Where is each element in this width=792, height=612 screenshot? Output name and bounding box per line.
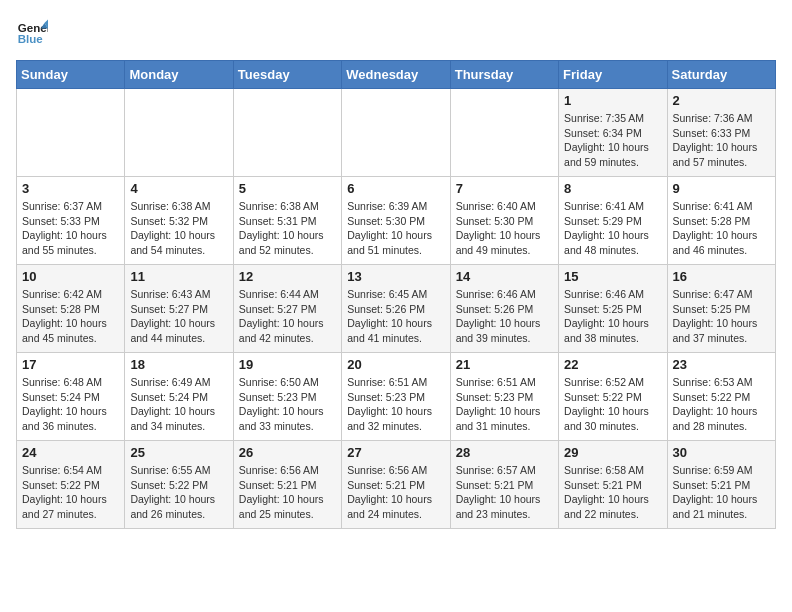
calendar-cell: 11Sunrise: 6:43 AMSunset: 5:27 PMDayligh… [125,265,233,353]
calendar-cell: 22Sunrise: 6:52 AMSunset: 5:22 PMDayligh… [559,353,667,441]
day-number: 3 [22,181,119,196]
day-info: Sunrise: 7:35 AMSunset: 6:34 PMDaylight:… [564,111,661,170]
day-info: Sunrise: 6:50 AMSunset: 5:23 PMDaylight:… [239,375,336,434]
calendar-cell [342,89,450,177]
day-info: Sunrise: 6:41 AMSunset: 5:28 PMDaylight:… [673,199,770,258]
day-number: 2 [673,93,770,108]
day-info: Sunrise: 6:38 AMSunset: 5:31 PMDaylight:… [239,199,336,258]
calendar-cell: 30Sunrise: 6:59 AMSunset: 5:21 PMDayligh… [667,441,775,529]
days-header-row: SundayMondayTuesdayWednesdayThursdayFrid… [17,61,776,89]
day-header-friday: Friday [559,61,667,89]
day-info: Sunrise: 6:46 AMSunset: 5:26 PMDaylight:… [456,287,553,346]
day-number: 8 [564,181,661,196]
page-header: General Blue [16,16,776,48]
day-info: Sunrise: 6:53 AMSunset: 5:22 PMDaylight:… [673,375,770,434]
calendar-cell: 6Sunrise: 6:39 AMSunset: 5:30 PMDaylight… [342,177,450,265]
calendar-cell: 20Sunrise: 6:51 AMSunset: 5:23 PMDayligh… [342,353,450,441]
calendar-cell [233,89,341,177]
week-row-3: 10Sunrise: 6:42 AMSunset: 5:28 PMDayligh… [17,265,776,353]
day-number: 13 [347,269,444,284]
day-number: 5 [239,181,336,196]
calendar-cell: 4Sunrise: 6:38 AMSunset: 5:32 PMDaylight… [125,177,233,265]
logo: General Blue [16,16,48,48]
calendar-cell: 9Sunrise: 6:41 AMSunset: 5:28 PMDaylight… [667,177,775,265]
day-info: Sunrise: 6:46 AMSunset: 5:25 PMDaylight:… [564,287,661,346]
day-number: 14 [456,269,553,284]
day-number: 9 [673,181,770,196]
day-info: Sunrise: 6:54 AMSunset: 5:22 PMDaylight:… [22,463,119,522]
day-number: 24 [22,445,119,460]
calendar-cell: 15Sunrise: 6:46 AMSunset: 5:25 PMDayligh… [559,265,667,353]
day-info: Sunrise: 6:55 AMSunset: 5:22 PMDaylight:… [130,463,227,522]
day-header-monday: Monday [125,61,233,89]
day-number: 30 [673,445,770,460]
day-info: Sunrise: 6:44 AMSunset: 5:27 PMDaylight:… [239,287,336,346]
day-header-sunday: Sunday [17,61,125,89]
day-number: 11 [130,269,227,284]
calendar-cell: 23Sunrise: 6:53 AMSunset: 5:22 PMDayligh… [667,353,775,441]
calendar-cell: 18Sunrise: 6:49 AMSunset: 5:24 PMDayligh… [125,353,233,441]
calendar-cell: 17Sunrise: 6:48 AMSunset: 5:24 PMDayligh… [17,353,125,441]
day-info: Sunrise: 6:41 AMSunset: 5:29 PMDaylight:… [564,199,661,258]
calendar-cell: 25Sunrise: 6:55 AMSunset: 5:22 PMDayligh… [125,441,233,529]
calendar-cell: 29Sunrise: 6:58 AMSunset: 5:21 PMDayligh… [559,441,667,529]
day-number: 12 [239,269,336,284]
day-number: 19 [239,357,336,372]
day-number: 1 [564,93,661,108]
week-row-2: 3Sunrise: 6:37 AMSunset: 5:33 PMDaylight… [17,177,776,265]
week-row-4: 17Sunrise: 6:48 AMSunset: 5:24 PMDayligh… [17,353,776,441]
day-info: Sunrise: 6:43 AMSunset: 5:27 PMDaylight:… [130,287,227,346]
day-number: 10 [22,269,119,284]
calendar-cell: 28Sunrise: 6:57 AMSunset: 5:21 PMDayligh… [450,441,558,529]
day-number: 28 [456,445,553,460]
day-info: Sunrise: 6:37 AMSunset: 5:33 PMDaylight:… [22,199,119,258]
calendar-cell: 5Sunrise: 6:38 AMSunset: 5:31 PMDaylight… [233,177,341,265]
day-header-thursday: Thursday [450,61,558,89]
day-header-tuesday: Tuesday [233,61,341,89]
day-info: Sunrise: 6:51 AMSunset: 5:23 PMDaylight:… [456,375,553,434]
calendar-cell: 19Sunrise: 6:50 AMSunset: 5:23 PMDayligh… [233,353,341,441]
week-row-5: 24Sunrise: 6:54 AMSunset: 5:22 PMDayligh… [17,441,776,529]
day-number: 6 [347,181,444,196]
calendar-cell: 14Sunrise: 6:46 AMSunset: 5:26 PMDayligh… [450,265,558,353]
svg-text:Blue: Blue [18,33,44,45]
day-info: Sunrise: 6:47 AMSunset: 5:25 PMDaylight:… [673,287,770,346]
calendar-cell [450,89,558,177]
calendar-cell: 2Sunrise: 7:36 AMSunset: 6:33 PMDaylight… [667,89,775,177]
logo-icon: General Blue [16,16,48,48]
day-number: 29 [564,445,661,460]
day-info: Sunrise: 6:40 AMSunset: 5:30 PMDaylight:… [456,199,553,258]
day-info: Sunrise: 6:39 AMSunset: 5:30 PMDaylight:… [347,199,444,258]
day-info: Sunrise: 6:56 AMSunset: 5:21 PMDaylight:… [347,463,444,522]
day-number: 23 [673,357,770,372]
day-info: Sunrise: 6:45 AMSunset: 5:26 PMDaylight:… [347,287,444,346]
day-number: 15 [564,269,661,284]
day-info: Sunrise: 6:49 AMSunset: 5:24 PMDaylight:… [130,375,227,434]
day-number: 20 [347,357,444,372]
calendar-cell: 27Sunrise: 6:56 AMSunset: 5:21 PMDayligh… [342,441,450,529]
day-info: Sunrise: 6:56 AMSunset: 5:21 PMDaylight:… [239,463,336,522]
calendar-table: SundayMondayTuesdayWednesdayThursdayFrid… [16,60,776,529]
week-row-1: 1Sunrise: 7:35 AMSunset: 6:34 PMDaylight… [17,89,776,177]
day-info: Sunrise: 7:36 AMSunset: 6:33 PMDaylight:… [673,111,770,170]
calendar-cell: 3Sunrise: 6:37 AMSunset: 5:33 PMDaylight… [17,177,125,265]
day-info: Sunrise: 6:59 AMSunset: 5:21 PMDaylight:… [673,463,770,522]
day-number: 17 [22,357,119,372]
calendar-cell: 24Sunrise: 6:54 AMSunset: 5:22 PMDayligh… [17,441,125,529]
day-info: Sunrise: 6:57 AMSunset: 5:21 PMDaylight:… [456,463,553,522]
day-number: 18 [130,357,227,372]
day-info: Sunrise: 6:58 AMSunset: 5:21 PMDaylight:… [564,463,661,522]
day-header-saturday: Saturday [667,61,775,89]
day-number: 27 [347,445,444,460]
calendar-cell: 8Sunrise: 6:41 AMSunset: 5:29 PMDaylight… [559,177,667,265]
day-info: Sunrise: 6:38 AMSunset: 5:32 PMDaylight:… [130,199,227,258]
day-number: 22 [564,357,661,372]
day-info: Sunrise: 6:48 AMSunset: 5:24 PMDaylight:… [22,375,119,434]
day-info: Sunrise: 6:42 AMSunset: 5:28 PMDaylight:… [22,287,119,346]
calendar-cell: 26Sunrise: 6:56 AMSunset: 5:21 PMDayligh… [233,441,341,529]
day-info: Sunrise: 6:51 AMSunset: 5:23 PMDaylight:… [347,375,444,434]
calendar-cell: 12Sunrise: 6:44 AMSunset: 5:27 PMDayligh… [233,265,341,353]
calendar-cell [17,89,125,177]
calendar-cell: 16Sunrise: 6:47 AMSunset: 5:25 PMDayligh… [667,265,775,353]
day-header-wednesday: Wednesday [342,61,450,89]
